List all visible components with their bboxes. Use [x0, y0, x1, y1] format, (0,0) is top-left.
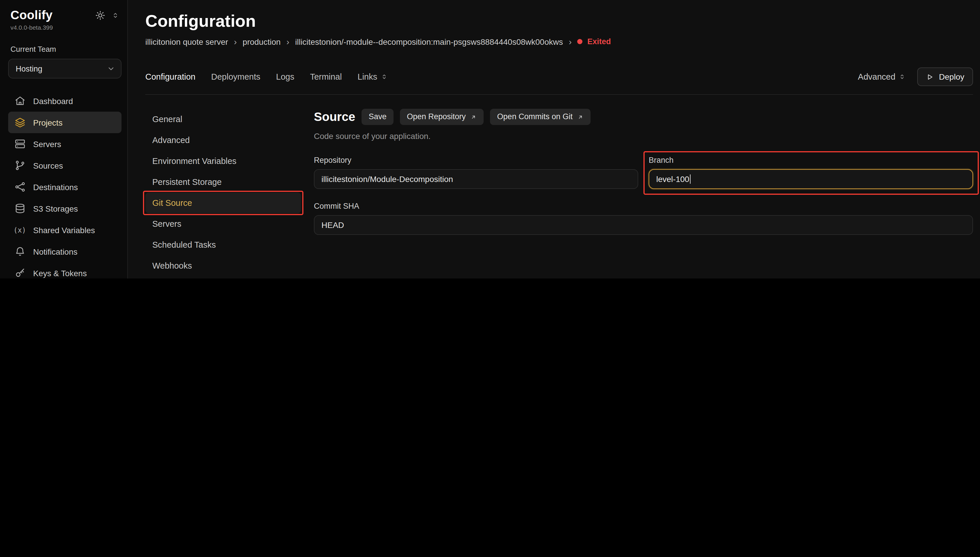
breadcrumb: illicitonion quote server › production ›… — [145, 37, 973, 47]
theme-sun-icon[interactable] — [95, 10, 105, 20]
page-title: Configuration — [145, 11, 973, 31]
text-caret — [690, 174, 691, 184]
repository-input[interactable] — [314, 169, 638, 189]
play-icon — [926, 73, 934, 80]
current-team-label: Current Team — [8, 45, 122, 54]
source-title: Source — [314, 110, 355, 124]
breadcrumb-application[interactable]: illicitestonion/-module--decomposition:m… — [295, 37, 563, 46]
breadcrumb-environment[interactable]: production — [243, 37, 281, 46]
chevron-up-down-icon[interactable] — [112, 11, 119, 19]
tab-logs[interactable]: Logs — [276, 72, 294, 81]
config-subnav: General Advanced Environment Variables P… — [145, 109, 301, 278]
source-subtitle: Code source of your application. — [314, 131, 973, 141]
brand-row: Coolify — [8, 8, 122, 22]
subnav-item-persistent-storage[interactable]: Persistent Storage — [145, 171, 301, 192]
sidebar-item-shared-variables[interactable]: (x) Shared Variables — [8, 219, 122, 241]
sidebar-item-dashboard[interactable]: Dashboard — [8, 90, 122, 112]
deploy-button[interactable]: Deploy — [918, 67, 973, 86]
chevron-up-down-icon — [899, 73, 906, 80]
save-button[interactable]: Save — [362, 109, 393, 125]
configuration-content: General Advanced Environment Variables P… — [145, 109, 973, 278]
breadcrumb-project[interactable]: illicitonion quote server — [145, 37, 228, 46]
home-icon — [14, 95, 26, 107]
external-link-icon — [471, 114, 477, 120]
database-icon — [14, 203, 26, 214]
sidebar-item-servers[interactable]: Servers — [8, 133, 122, 155]
sidebar-item-notifications[interactable]: Notifications — [8, 241, 122, 262]
tab-terminal[interactable]: Terminal — [310, 72, 342, 81]
version-label: v4.0.0-beta.399 — [8, 22, 122, 31]
status-badge: Exited — [577, 37, 611, 46]
subnav-item-preview-deployments[interactable]: Preview Deployments — [145, 276, 301, 278]
repository-field: Repository — [314, 156, 638, 189]
sidebar-item-projects[interactable]: Projects — [8, 112, 122, 133]
tab-configuration[interactable]: Configuration — [145, 72, 196, 81]
subnav-item-scheduled-tasks[interactable]: Scheduled Tasks — [145, 234, 301, 255]
subnav-item-servers[interactable]: Servers — [145, 213, 301, 234]
subnav-item-environment-variables[interactable]: Environment Variables — [145, 151, 301, 171]
git-source-panel: Source Save Open Repository Open Commits… — [314, 109, 973, 278]
sidebar-item-destinations[interactable]: Destinations — [8, 176, 122, 198]
sidebar-item-s3-storages[interactable]: S3 Storages — [8, 198, 122, 219]
external-link-icon — [577, 114, 583, 120]
subnav-item-general[interactable]: General — [145, 109, 301, 130]
tabs: Configuration Deployments Logs Terminal … — [145, 72, 388, 81]
chevron-up-down-icon — [381, 73, 388, 80]
team-select[interactable]: Hosting — [8, 59, 122, 78]
branch-input[interactable]: level-100 — [649, 169, 973, 189]
sidebar-item-keys-tokens[interactable]: Keys & Tokens — [8, 262, 122, 278]
main-content: Configuration illicitonion quote server … — [128, 0, 980, 278]
git-branch-icon — [14, 160, 26, 171]
tab-links[interactable]: Links — [358, 72, 388, 81]
sidebar: Coolify v4.0.0-beta.399 Current Team Hos… — [0, 0, 128, 278]
breadcrumb-separator: › — [234, 37, 237, 47]
tabs-right: Advanced Deploy — [858, 67, 973, 86]
chevron-down-icon — [107, 65, 115, 73]
key-icon — [14, 267, 26, 278]
breadcrumb-separator: › — [286, 37, 289, 47]
branch-label: Branch — [649, 156, 973, 164]
layers-icon — [14, 117, 26, 128]
subnav-item-git-source[interactable]: Git Source — [145, 192, 301, 213]
branch-field: Branch level-100 — [649, 156, 973, 189]
bell-icon — [14, 246, 26, 257]
sidebar-item-sources[interactable]: Sources — [8, 155, 122, 176]
source-section-header: Source Save Open Repository Open Commits… — [314, 109, 973, 125]
app-window: Coolify v4.0.0-beta.399 Current Team Hos… — [0, 0, 980, 278]
server-icon — [14, 138, 26, 150]
open-repository-button[interactable]: Open Repository — [400, 109, 484, 125]
commit-sha-label: Commit SHA — [314, 202, 973, 210]
network-icon — [14, 181, 26, 193]
commit-sha-field: Commit SHA — [314, 202, 973, 235]
advanced-dropdown[interactable]: Advanced — [858, 72, 906, 81]
open-commits-button[interactable]: Open Commits on Git — [490, 109, 591, 125]
subnav-item-webhooks[interactable]: Webhooks — [145, 255, 301, 276]
tabs-row: Configuration Deployments Logs Terminal … — [145, 67, 973, 95]
subnav-item-advanced[interactable]: Advanced — [145, 130, 301, 151]
repository-label: Repository — [314, 156, 638, 164]
status-dot-icon — [577, 39, 583, 44]
source-form: Repository Branch level-100 Commit SHA — [314, 156, 973, 235]
breadcrumb-separator: › — [569, 37, 572, 47]
commit-sha-input[interactable] — [314, 215, 973, 235]
app-logo: Coolify — [10, 8, 53, 22]
variable-icon: (x) — [14, 224, 26, 236]
tab-deployments[interactable]: Deployments — [211, 72, 260, 81]
sidebar-nav: Dashboard Projects Servers Sources Desti… — [8, 90, 122, 278]
